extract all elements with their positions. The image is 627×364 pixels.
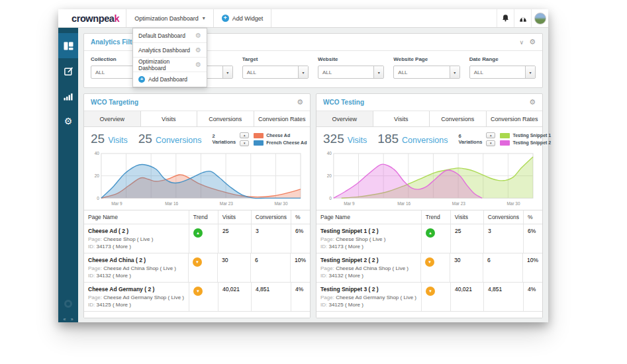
table-row: Cheese Ad Germany ( 2 )Page: Cheese Ad G… [84, 283, 310, 312]
stat-label: Visits [348, 136, 367, 145]
widget-table: Page NameTrendVisitsConversions%Testing … [316, 210, 542, 318]
collapse-right-icon[interactable]: » [71, 317, 73, 322]
stepper-down-button[interactable]: ▾ [240, 140, 249, 146]
menu-item-analytics-dashboard[interactable]: Analytics Dashboard⚙ [133, 43, 207, 58]
trend-up-icon: ▲ [426, 228, 435, 238]
page-value: Cheese Shop ( Live ) [336, 236, 385, 242]
id-value: 34132 [328, 273, 343, 279]
widget-stats: 325Visits185Conversions6 Variations▴▾Tes… [316, 127, 542, 150]
menu-item-add-dashboard[interactable]: +Add Dashboard [133, 72, 207, 87]
sidebar-item-analytics[interactable] [58, 83, 78, 109]
stepper-down-button[interactable]: ▾ [486, 140, 495, 146]
more-link[interactable]: ( More ) [345, 244, 363, 250]
stepper-up-button[interactable]: ▴ [240, 132, 249, 138]
page-name[interactable]: Cheese Ad ( 2 ) [88, 228, 185, 234]
percent-cell: 4% [291, 283, 310, 311]
gear-icon[interactable]: ⚙ [529, 98, 536, 107]
page-name[interactable]: Cheese Ad Germany ( 2 ) [88, 286, 185, 293]
sidebar-item-settings[interactable]: ⚙ [58, 109, 78, 134]
gear-icon[interactable]: ⚙ [297, 98, 303, 107]
table-footer [316, 312, 542, 318]
sidebar-item-dashboards[interactable] [58, 33, 78, 58]
stat-label: Conversions [156, 136, 201, 145]
page-name[interactable]: Testing Snippet 3 ( 2 ) [320, 286, 417, 293]
tab-visits[interactable]: Visits [373, 111, 430, 126]
stepper-up-button[interactable]: ▴ [486, 132, 495, 138]
stat: 25Visits [91, 132, 128, 146]
more-link[interactable]: ( More ) [345, 273, 363, 279]
svg-text:Mar 9: Mar 9 [111, 201, 122, 206]
page-name-cell: Testing Snippet 1 ( 2 )Page: Cheese Shop… [316, 224, 422, 253]
tab-conversions[interactable]: Conversions [430, 111, 487, 126]
add-widget-label: Add Widget [232, 15, 264, 22]
svg-text:Mar 9: Mar 9 [344, 201, 355, 206]
table-header-row: Page NameTrendVisitsConversions% [84, 210, 310, 224]
publish-button[interactable] [514, 9, 531, 27]
stat: 25Conversions [138, 132, 202, 146]
filter-field: WebsiteALL▾ [318, 56, 384, 79]
id-info: ID: 34125 ( More ) [320, 302, 417, 308]
trend-cell: ▲ [189, 224, 218, 253]
body-row: ⚙ « » Analytics Filter ∨ ⚙ [58, 28, 548, 322]
percent-cell: 6% [291, 224, 310, 253]
filter-select[interactable]: ALL▾ [393, 66, 459, 79]
gear-icon[interactable]: ⚙ [195, 46, 201, 54]
percent-cell: 4% [524, 283, 542, 311]
tab-overview[interactable]: Overview [316, 111, 373, 126]
variations-count: 2 Variations [212, 133, 236, 145]
chart-legend: Testing Snippet 1Testing Snippet 2 [500, 133, 551, 146]
filter-select[interactable]: ALL▾ [469, 66, 536, 79]
widget-title: WCO Targeting [91, 99, 138, 106]
page-name[interactable]: Testing Snippet 2 ( 2 ) [320, 257, 416, 263]
widget-header: WCO Targeting⚙ [84, 94, 310, 111]
id-info: ID: 34132 ( More ) [88, 273, 184, 279]
more-link[interactable]: ( More ) [113, 273, 131, 279]
more-link[interactable]: ( More ) [345, 302, 363, 308]
notifications-button[interactable] [497, 9, 514, 27]
collapse-left-icon[interactable]: « [63, 317, 66, 322]
tab-conversions[interactable]: Conversions [197, 111, 254, 126]
page-label: Page: [88, 265, 102, 271]
page-value: Cheese Ad China Shop ( Live ) [336, 265, 409, 271]
chart-svg: 02040Mar 9Mar 16Mar 23Mar 30 [323, 151, 536, 210]
menu-item-label: Analytics Dashboard [138, 47, 192, 54]
visits-cell: 30 [218, 253, 251, 282]
stat-value: 325 [323, 132, 344, 146]
page-label: Page: [320, 295, 334, 300]
add-widget-button[interactable]: + Add Widget [214, 9, 272, 27]
tab-visits[interactable]: Visits [141, 111, 198, 126]
page-name[interactable]: Cheese Ad China ( 2 ) [88, 257, 184, 263]
menu-item-default-dashboard[interactable]: Default Dashboard⚙ [133, 28, 207, 43]
more-link[interactable]: ( More ) [113, 302, 131, 308]
page-label: Page: [88, 295, 102, 300]
caret-down-icon: ▾ [203, 15, 205, 21]
page-name[interactable]: Testing Snippet 1 ( 2 ) [320, 228, 417, 234]
tab-overview[interactable]: Overview [84, 111, 141, 126]
gear-icon[interactable]: ⚙ [195, 61, 201, 68]
page-info: Page: Cheese Ad China Shop ( Live ) [320, 265, 416, 271]
menu-item-optimization-dashboard[interactable]: Optimization Dashboard⚙ [133, 58, 207, 72]
visits-cell: 40,021 [218, 283, 252, 311]
tab-conversion-rates[interactable]: Conversion Rates [487, 111, 543, 126]
filter-select[interactable]: ALL▾ [318, 66, 384, 79]
sidebar-status-ring [64, 300, 72, 308]
more-link[interactable]: ( More ) [113, 244, 131, 250]
widget-tabs: OverviewVisitsConversionsConversion Rate… [316, 111, 542, 127]
area-chart: 02040Mar 9Mar 16Mar 23Mar 30 [316, 150, 542, 210]
crownpeak-logo: crownpeak [58, 9, 126, 27]
variation-steppers: ▴▾ [240, 132, 249, 146]
tab-conversion-rates[interactable]: Conversion Rates [254, 111, 311, 126]
legend-entry: Cheese Ad [254, 133, 307, 138]
caret-down-icon: ▾ [525, 66, 535, 78]
user-menu[interactable] [531, 9, 548, 27]
gear-icon[interactable]: ⚙ [529, 38, 536, 46]
svg-text:Mar 30: Mar 30 [274, 201, 287, 206]
chevron-down-icon[interactable]: ∨ [520, 39, 524, 46]
filter-select[interactable]: ALL▾ [242, 66, 309, 79]
gear-icon[interactable]: ⚙ [195, 32, 201, 39]
legend-label: Cheese Ad [266, 133, 290, 138]
sidebar-item-content-edit[interactable] [58, 58, 78, 83]
svg-text:0: 0 [97, 196, 99, 201]
dashboard-menu-button[interactable]: Optimization Dashboard ▾ [126, 9, 214, 27]
percent-cell: 6% [524, 224, 542, 253]
